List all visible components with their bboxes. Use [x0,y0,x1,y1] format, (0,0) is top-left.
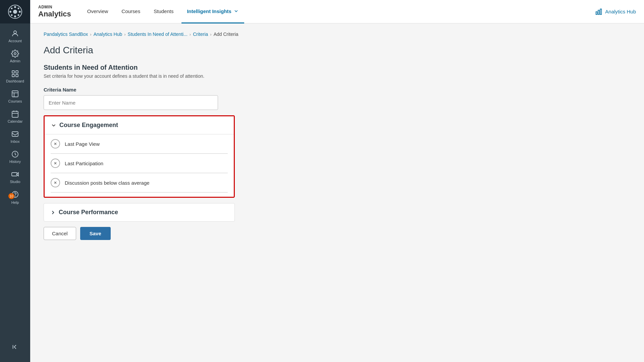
sidebar: Account Admin Dashboard Courses [0,0,30,362]
x-icon [53,161,57,165]
breadcrumb-pandalytics[interactable]: Pandalytics SandBox [44,32,88,37]
page-title: Add Criteria [44,45,631,56]
section-title: Students in Need of Attention [44,64,631,71]
svg-marker-26 [16,173,18,176]
course-engagement-body: Last Page View Last Participation [45,134,234,197]
breadcrumb-add-criteria: Add Criteria [214,32,238,37]
course-performance-panel: Course Performance [44,203,235,222]
remove-last-page-view-button[interactable] [51,139,60,148]
list-item: Last Page View [51,134,228,154]
remove-last-participation-button[interactable] [51,159,60,168]
breadcrumb-sep-2: › [124,32,125,37]
svg-point-9 [11,14,13,16]
admin-label: Admin [10,59,20,63]
main-area: ADMIN Analytics Overview Courses Student… [30,0,644,362]
svg-rect-15 [16,74,18,77]
list-item: Discussion posts below class average [51,173,228,192]
svg-point-2 [14,6,16,8]
sidebar-item-courses[interactable]: Courses [0,86,30,107]
chevron-right-icon [50,209,56,216]
criterion-last-page-view: Last Page View [65,141,100,147]
brand: ADMIN Analytics [38,5,71,18]
svg-rect-32 [600,9,602,14]
svg-rect-23 [12,132,18,136]
breadcrumb-sep-4: › [210,32,211,37]
chevron-down-icon [51,122,57,128]
content: Pandalytics SandBox › Analytics Hub › St… [30,23,644,362]
course-engagement-title: Course Engagement [59,122,118,129]
svg-point-4 [9,11,11,13]
criteria-name-label: Criteria Name [44,87,631,93]
history-label: History [9,160,21,164]
svg-rect-12 [12,71,14,73]
sidebar-item-help[interactable]: 10 Help [0,187,30,208]
help-label: Help [11,200,19,204]
svg-point-6 [11,8,13,9]
breadcrumb-students[interactable]: Students In Need of Attenti... [128,32,187,37]
nav-courses[interactable]: Courses [116,0,146,23]
nav-overview[interactable]: Overview [82,0,114,23]
calendar-label: Calendar [8,119,23,123]
divider-3 [51,192,228,193]
breadcrumb-criteria[interactable]: Criteria [193,32,208,37]
course-engagement-panel: Course Engagement Last Page View [44,115,235,198]
nav-intelligent-insights[interactable]: Intelligent Insights [181,0,244,23]
svg-rect-31 [598,10,599,14]
sidebar-item-studio[interactable]: Studio [0,167,30,187]
criterion-last-participation: Last Participation [65,161,103,166]
svg-rect-14 [12,74,14,77]
brand-admin: ADMIN [38,5,71,9]
svg-point-1 [13,10,17,14]
nav-links: Overview Courses Students Intelligent In… [82,0,595,23]
section-desc: Set criteria for how your account define… [44,73,631,79]
sidebar-item-history[interactable]: History [0,147,30,167]
sidebar-item-dashboard[interactable]: Dashboard [0,66,30,86]
criteria-name-input[interactable] [44,95,218,110]
svg-point-28 [15,196,15,196]
sidebar-item-admin[interactable]: Admin [0,46,30,66]
course-performance-header[interactable]: Course Performance [44,203,234,221]
actions: Cancel Save [44,227,631,248]
svg-rect-16 [12,91,18,97]
brand-analytics: Analytics [38,10,71,18]
remove-discussion-posts-button[interactable] [51,178,60,187]
sidebar-item-account[interactable]: Account [0,26,30,46]
svg-point-3 [14,15,16,17]
dashboard-label: Dashboard [6,79,24,83]
analytics-hub-label: Analytics Hub [605,9,636,14]
bar-chart-icon [595,8,602,15]
svg-rect-13 [16,71,18,73]
studio-label: Studio [10,180,20,184]
analytics-hub-link[interactable]: Analytics Hub [595,8,636,15]
svg-rect-30 [596,12,597,14]
inbox-label: Inbox [11,139,20,143]
save-button[interactable]: Save [80,227,111,240]
svg-point-10 [14,31,16,34]
account-label: Account [8,39,22,43]
svg-point-8 [18,8,19,9]
help-badge: 10 [8,193,14,199]
svg-point-11 [14,53,16,55]
x-icon [53,181,57,185]
sidebar-item-inbox[interactable]: Inbox [0,127,30,147]
breadcrumb-analytics-hub[interactable]: Analytics Hub [94,32,122,37]
cancel-button[interactable]: Cancel [44,227,76,240]
svg-point-5 [19,11,21,13]
x-icon [53,142,57,146]
courses-label: Courses [8,99,22,103]
nav-students[interactable]: Students [148,0,179,23]
course-performance-title: Course Performance [59,209,118,216]
sidebar-logo[interactable] [0,0,30,23]
breadcrumb-sep-1: › [90,32,91,37]
sidebar-collapse-button[interactable] [7,339,23,357]
sidebar-item-calendar[interactable]: Calendar [0,107,30,127]
list-item: Last Participation [51,154,228,173]
course-engagement-header[interactable]: Course Engagement [45,116,234,134]
chevron-down-icon [233,8,239,14]
topnav: ADMIN Analytics Overview Courses Student… [30,0,644,23]
svg-point-7 [18,14,19,16]
criterion-discussion-posts: Discussion posts below class average [65,180,150,186]
svg-rect-19 [12,111,18,117]
breadcrumb-sep-3: › [190,32,191,37]
breadcrumb: Pandalytics SandBox › Analytics Hub › St… [44,32,631,37]
